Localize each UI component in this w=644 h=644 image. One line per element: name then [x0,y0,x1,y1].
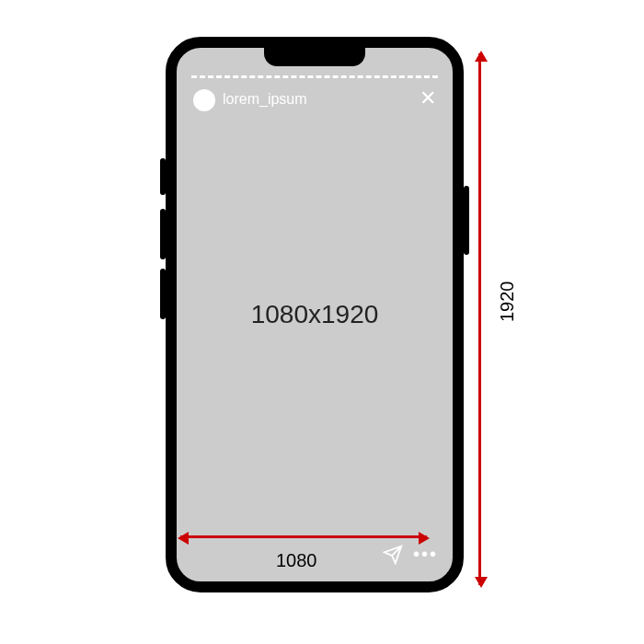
story-username[interactable]: lorem_ipsum [223,91,307,108]
story-progress-bar [191,75,438,78]
avatar[interactable] [193,89,215,111]
height-dimension-arrow [478,53,481,585]
resolution-label: 1080x1920 [251,300,379,329]
phone-side-button [464,186,469,255]
width-dimension-arrow [180,535,427,538]
send-icon[interactable] [383,545,403,569]
phone-side-button [160,209,166,259]
height-dimension-label: 1920 [497,282,518,323]
phone-notch [264,46,365,66]
width-dimension-label: 1080 [276,550,317,571]
diagram-stage: lorem_ipsum ✕ 1080x1920 ••• 1080 1920 [0,0,644,644]
phone-side-button [160,158,166,195]
phone-frame: lorem_ipsum ✕ 1080x1920 ••• [166,37,464,592]
phone-side-button [160,269,166,319]
more-icon[interactable]: ••• [413,544,438,565]
close-icon[interactable]: ✕ [420,88,436,109]
